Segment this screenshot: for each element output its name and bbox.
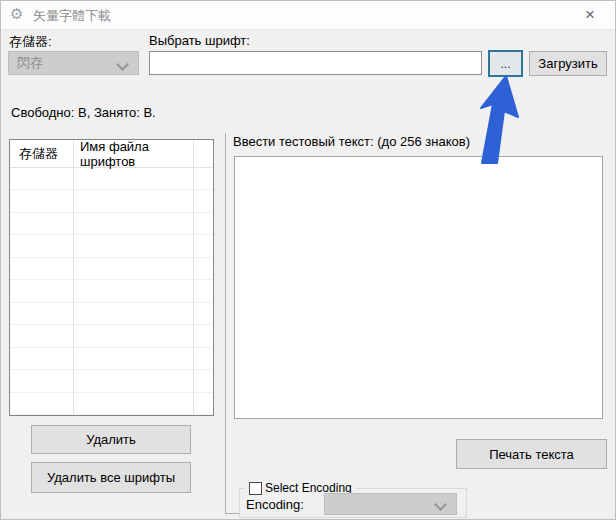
delete-all-fonts-button[interactable]: Удалить все шрифты (31, 462, 191, 493)
chevron-down-icon (116, 58, 129, 71)
table-row[interactable] (10, 370, 213, 392)
table-cell (10, 370, 74, 391)
encoding-field-label: Encoding: (246, 497, 304, 512)
table-cell (194, 213, 213, 234)
table-cell (74, 168, 194, 189)
font-table-header: 存儲器 Имя файла шрифтов (10, 140, 213, 168)
font-table-body (10, 168, 213, 415)
table-cell (194, 280, 213, 301)
table-cell (74, 213, 194, 234)
encoding-groupbox: Select Encoding Encoding: (239, 488, 467, 518)
table-cell (74, 325, 194, 346)
window-title: 矢量字體下載 (33, 7, 111, 25)
table-cell (194, 190, 213, 211)
table-row[interactable] (10, 168, 213, 190)
table-cell (194, 303, 213, 324)
table-row[interactable] (10, 190, 213, 212)
memory-status-text: Свободно: B, Занято: B. (11, 105, 156, 120)
table-cell (194, 348, 213, 369)
font-select-label: Выбрать шрифт: (149, 33, 250, 48)
table-row[interactable] (10, 325, 213, 347)
table-row[interactable] (10, 303, 213, 325)
table-cell (10, 280, 74, 301)
column-header-spacer (194, 140, 213, 167)
table-row[interactable] (10, 393, 213, 415)
table-cell (74, 258, 194, 279)
test-text-area[interactable] (234, 156, 603, 419)
table-cell (74, 348, 194, 369)
table-cell (194, 393, 213, 414)
storage-value: 閃存 (17, 54, 43, 72)
table-cell (194, 370, 213, 391)
table-cell (74, 303, 194, 324)
table-cell (74, 235, 194, 256)
table-cell (10, 168, 74, 189)
column-header-filename: Имя файла шрифтов (74, 140, 194, 167)
print-text-button[interactable]: Печать текста (456, 439, 607, 469)
table-cell (74, 393, 194, 414)
load-button[interactable]: Загрузить (529, 51, 607, 76)
table-cell (10, 303, 74, 324)
app-window: ⚙ 矢量字體下載 × 存儲器: 閃存 Выбрать шрифт: ... За… (0, 0, 616, 520)
test-text-label: Ввести тестовый текст: (до 256 знаков) (233, 134, 470, 149)
table-cell (74, 370, 194, 391)
table-cell (10, 393, 74, 414)
table-cell (194, 325, 213, 346)
table-cell (10, 348, 74, 369)
table-row[interactable] (10, 280, 213, 302)
table-cell (74, 190, 194, 211)
table-cell (10, 258, 74, 279)
storage-label: 存儲器: (9, 33, 52, 51)
table-cell (10, 213, 74, 234)
panel-divider (225, 133, 226, 514)
font-path-input[interactable] (149, 51, 482, 75)
table-row[interactable] (10, 213, 213, 235)
close-icon[interactable]: × (579, 5, 601, 25)
chevron-down-icon (434, 498, 447, 511)
app-gear-icon: ⚙ (10, 6, 23, 22)
panel-divider-foot (225, 513, 239, 514)
table-row[interactable] (10, 348, 213, 370)
select-encoding-checkbox[interactable] (249, 482, 262, 495)
table-row[interactable] (10, 258, 213, 280)
table-row[interactable] (10, 235, 213, 257)
delete-button[interactable]: Удалить (31, 425, 191, 454)
table-cell (10, 235, 74, 256)
title-bar: ⚙ 矢量字體下載 × (1, 1, 615, 30)
storage-combobox: 閃存 (8, 51, 139, 75)
table-cell (74, 280, 194, 301)
column-header-storage: 存儲器 (10, 140, 74, 167)
table-cell (10, 190, 74, 211)
table-cell (194, 258, 213, 279)
arrow-shape (481, 76, 518, 163)
browse-button[interactable]: ... (488, 50, 523, 77)
table-cell (194, 168, 213, 189)
table-cell (194, 235, 213, 256)
table-cell (10, 325, 74, 346)
encoding-combobox (324, 493, 457, 515)
font-list-table[interactable]: 存儲器 Имя файла шрифтов (9, 139, 214, 416)
